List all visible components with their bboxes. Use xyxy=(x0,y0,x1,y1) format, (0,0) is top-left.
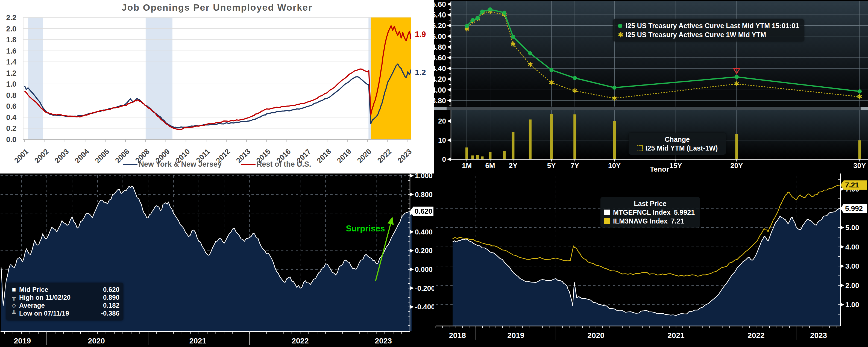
change-bar-4M xyxy=(481,157,484,160)
y-tick-label: 5.00 xyxy=(434,33,446,41)
mid-price-marker-icon: ■ xyxy=(9,286,19,293)
treasury-curve-panel[interactable]: 5.605.405.205.004.804.604.404.204.003.80… xyxy=(434,0,868,174)
stat-row-mid: ■Mid Price0.620 xyxy=(9,286,119,293)
dashed-box-icon xyxy=(637,145,643,151)
change-bar-1Y xyxy=(503,151,506,159)
surprise-chart-canvas[interactable]: 1.0000.8000.6000.4000.2000.000-0.200-0.4… xyxy=(0,174,434,347)
y-tick-label: -0.400 xyxy=(415,303,434,311)
change-panel-legend[interactable]: Change I25 Mid YTM (Last-1W) xyxy=(628,133,726,155)
change-bar-7Y xyxy=(574,115,576,160)
circle-marker-icon xyxy=(465,24,469,28)
circle-marker-icon xyxy=(613,86,617,90)
y-tick-label: 1.2 xyxy=(6,69,17,77)
y-tick-label: 2.00 xyxy=(845,281,859,290)
stat-value: 0.890 xyxy=(94,293,119,302)
y-tick-label: 0.400 xyxy=(415,228,433,236)
y-tick-label: 4.20 xyxy=(434,75,446,83)
x-tick-label: 2019 xyxy=(14,337,31,345)
circle-marker-icon xyxy=(502,11,506,15)
series-line-1 xyxy=(25,26,410,129)
stat-value: -0.386 xyxy=(94,309,119,317)
y-tick-label: 5.20 xyxy=(434,22,446,30)
jobs-chart-legend: New York & New Jersey Rest of the U.S. xyxy=(0,160,434,168)
change-bar-5Y xyxy=(550,114,553,159)
y-tick-label: 0.8 xyxy=(6,91,17,99)
circle-marker-icon xyxy=(480,9,484,14)
asterisk-marker-icon: ✱ xyxy=(572,87,578,95)
terminal-dashboard: { "chart_data": [ { "id": "job_openings"… xyxy=(0,0,868,347)
y-tick-label: 5.00 xyxy=(845,223,859,232)
y-tick-label: 5.40 xyxy=(434,11,446,19)
x-tick-label: 2022 xyxy=(747,331,765,340)
treasury-curve-legend[interactable]: I25 US Treasury Actives Curve Last Mid Y… xyxy=(613,19,804,41)
high-marker-icon: ┳ xyxy=(9,293,19,302)
legend-item-ilm3navg: ILM3NAVG Index7.21 xyxy=(604,217,696,225)
change-bar-2M xyxy=(471,155,474,159)
recession-2008 xyxy=(146,18,173,139)
x-tick-label: 2021 xyxy=(189,337,206,345)
legend-label: ILM3NAVG Index xyxy=(613,217,668,225)
rates-chart-panel[interactable]: 7.006.005.004.003.002.001.00201820192020… xyxy=(434,174,868,347)
asterisk-icon: ✱ xyxy=(618,33,622,37)
x-tick-label: 2023 xyxy=(375,337,392,345)
y-tick-label: 2.2 xyxy=(6,14,17,22)
asterisk-marker-icon: ✱ xyxy=(510,40,516,48)
stat-row-average: ◇Average0.182 xyxy=(9,302,119,309)
y-tick-label: 1.000 xyxy=(415,174,433,180)
stat-row-low: ┻Low on 07/11/19-0.386 xyxy=(9,309,119,317)
y-tick-label: 1.6 xyxy=(6,47,17,55)
x-tick-label: 2019 xyxy=(507,331,524,340)
jobs-chart-panel[interactable]: Job Openings Per Unemployed Worker 20012… xyxy=(0,0,434,174)
stat-label: Average xyxy=(19,302,94,309)
rates-legend[interactable]: Last Price MTGEFNCL Index5.9921 ILM3NAVG… xyxy=(600,197,700,228)
y-tick-label: 4.80 xyxy=(434,43,446,51)
y-tick-label: -0.200 xyxy=(415,284,434,292)
legend-item-1w-curve: ✱I25 US Treasury Actives Curve 1W Mid YT… xyxy=(618,30,799,39)
last-value-text: 0.620 xyxy=(414,207,432,215)
white-square-icon xyxy=(604,210,610,215)
y-tick-label: 20 xyxy=(438,117,446,125)
low-marker-icon: ┻ xyxy=(9,309,19,317)
y-tick-label: 4.60 xyxy=(434,54,446,62)
circle-marker-icon xyxy=(471,18,475,22)
legend-item-last-curve: I25 US Treasury Actives Curve Last Mid Y… xyxy=(618,21,799,30)
y-tick-label: 1.4 xyxy=(6,58,17,66)
stat-label: High on 11/02/20 xyxy=(19,293,94,302)
legend-item-rest-us: Rest of the U.S. xyxy=(241,160,311,168)
asterisk-marker-icon: ✱ xyxy=(612,95,617,102)
circle-marker-icon xyxy=(511,35,515,39)
change-bar-2Y xyxy=(512,132,514,159)
change-legend-row: I25 Mid YTM (Last-1W) xyxy=(631,144,723,153)
legend-value: 5.9921 xyxy=(674,208,695,217)
yellow-square-icon xyxy=(604,218,610,224)
legend-label-1w-curve: I25 US Treasury Actives Curve 1W Mid YTM xyxy=(626,30,766,39)
last-value-text: 7.21 xyxy=(845,181,859,189)
asterisk-marker-icon: ✱ xyxy=(857,93,862,100)
y-tick-label: 1.00 xyxy=(845,301,859,309)
stat-label: Mid Price xyxy=(19,286,94,293)
blue-line-swatch-icon xyxy=(123,164,137,165)
surprise-chart-panel[interactable]: 1.0000.8000.6000.4000.2000.000-0.200-0.4… xyxy=(0,174,434,347)
y-tick-label: 0.200 xyxy=(415,247,433,255)
y-tick-label: 0.800 xyxy=(415,190,433,199)
change-legend-label: I25 Mid YTM (Last-1W) xyxy=(646,144,718,152)
jobs-chart-canvas[interactable]: 2001200220032004200520062008200920102011… xyxy=(0,0,434,174)
y-tick-label: 3.00 xyxy=(845,262,859,270)
circle-marker-icon xyxy=(735,75,739,79)
change-legend-title: Change xyxy=(631,135,723,144)
change-bar-10Y xyxy=(613,121,616,159)
x-tick-label: 2023 xyxy=(810,331,827,340)
change-bar-30Y xyxy=(858,140,861,159)
y-tick-label: 3.80 xyxy=(434,97,446,105)
y-tick-label: 4.40 xyxy=(434,64,446,73)
series-end-label: 1.9 xyxy=(415,30,426,38)
circle-marker-icon xyxy=(475,16,479,20)
recession-2001 xyxy=(28,18,43,139)
y-tick-label: 10 xyxy=(438,136,446,144)
legend-item-ny-nj: New York & New Jersey xyxy=(123,160,222,168)
y-tick-label: 0 xyxy=(442,155,446,163)
circle-icon xyxy=(618,24,622,28)
surprise-stats-legend[interactable]: ■Mid Price0.620 ┳High on 11/02/200.890 ◇… xyxy=(6,283,123,320)
y-tick-label: 1.0 xyxy=(6,80,17,88)
x-tick-label: 2020 xyxy=(587,331,604,340)
